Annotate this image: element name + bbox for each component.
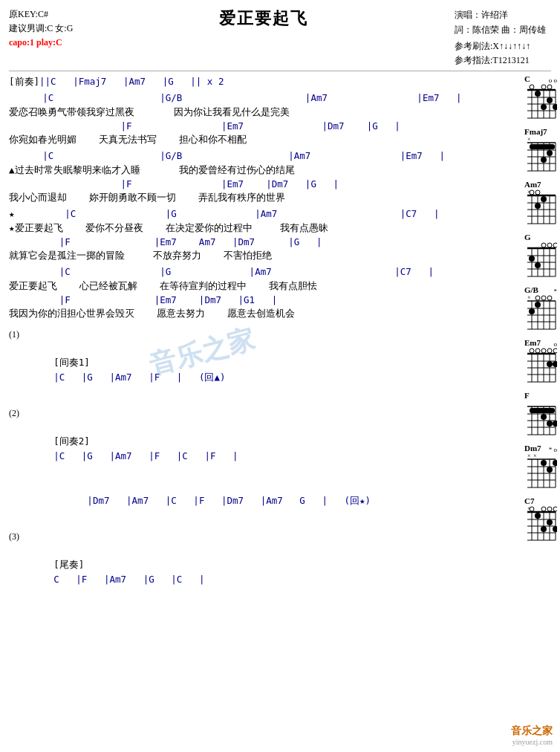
svg-point-137 [535,513,541,519]
chord-Dm7: Dm7 * o × × [524,444,557,489]
chorus2-section: |C |G |Am7 |C7 | 爱正要起飞 心已经被瓦解 在等待宣判的过程中 … [9,265,501,321]
verse2-chord2: |F |Em7 |Dm7 |G | [9,178,501,192]
chord-Fmaj7: Fmaj7 × [524,127,557,172]
main-content: [前奏]||C |Fmaj7 |Am7 |G || x 2 |C |G/B |A… [9,74,501,602]
chord-G-grid [524,242,557,278]
chorus2-lyric1: 爱正要起飞 心已经被瓦解 在等待宣判的过程中 我有点胆怯 [9,279,501,294]
svg-point-29 [541,157,547,163]
chorus2-lyric2: 我因为你的泪担心世界会毁灭 愿意去努力 愿意去创造机会 [9,307,501,321]
outro-section: (3) [尾奏] C |F |Am7 |G |C | [9,531,501,602]
chord-Dm7-label: Dm7 [524,444,541,453]
outro-chords: C |F |Am7 |G |C | [53,574,204,585]
capo-info: capo:1 play:C [9,36,73,50]
svg-point-88 [535,349,540,353]
svg-point-10 [535,91,541,97]
chord-C7-grid: × [524,506,557,542]
svg-point-16 [547,85,552,89]
fingerpick: 参考指法:T1213121 [455,54,551,68]
interlude2-line2: |Dm7 |Am7 |C |F |Dm7 |Am7 G | (回★) [9,479,501,523]
verse2-lyric2: 我小心而退却 妳开朗勇敢不顾一切 弄乱我有秩序的世界 [9,191,501,205]
svg-point-138 [547,519,553,525]
svg-point-12 [541,104,547,110]
svg-point-89 [541,349,546,353]
verse1-lyric2: 你宛如春光明媚 天真无法书写 担心和你不相配 [9,133,501,147]
chord-Fmaj7-label: Fmaj7 [524,127,547,136]
left-info: 原KEY:C# 建议男调:C 女:G capo:1 play:C [9,7,73,51]
svg-point-75 [535,302,541,308]
svg-text:×: × [527,189,531,195]
svg-point-121 [553,460,557,466]
verse1-lyric1: 爱恋召唤勇气带领我穿过黑夜 因为你让我看见什么是完美 [9,106,501,120]
svg-point-60 [535,262,541,268]
interlude2-chords1: |C |G |Am7 |F |C |F | [53,450,238,461]
outro-tag: [尾奏] [53,559,84,570]
intro-chords: ||C |Fmaj7 |Am7 |G || x 2 [39,76,224,87]
footer-logo: 音乐之家 yinyuezj.com [511,725,553,746]
svg-point-106 [547,421,553,427]
chorus2-chord1: |C |G |Am7 |C7 | [9,265,501,279]
chord-F-label: F [524,391,530,400]
interlude1-line: [间奏1] |C |G |Am7 |F | (回▲) [9,340,501,400]
chord-C: C o o [524,74,557,120]
header-divider [9,71,551,71]
chord-diagrams: C o o [524,74,557,545]
chord-Am7: Am7 × [524,180,557,225]
chord-GB: G/B * × [524,285,557,331]
singer: 演唱：许绍洋 [455,7,551,22]
chord-C-grid [524,84,557,120]
svg-text:×: × [527,295,531,301]
svg-point-57 [547,243,552,247]
svg-text:×: × [527,453,531,459]
verse2-section: |C |G/B |Am7 |Em7 | ▲过去时常失眠黎明来临才入睡 我的爱曾经… [9,149,501,205]
right-info: 演唱：许绍洋 詞：陈信荣 曲：周传雄 参考刷法:X↑↓↓↑↑↓↑ 参考指法:T1… [455,7,551,68]
svg-point-13 [553,104,557,110]
chorus1-lyric2: 就算它会是孤注一掷的冒险 不放弃努力 不害怕拒绝 [9,249,501,263]
svg-rect-27 [530,144,555,149]
song-title: 爱正要起飞 [73,7,455,30]
svg-point-107 [553,421,557,427]
chord-Dm7-grid: × × [524,453,557,489]
chorus1-section: ★ |C |G |Am7 |C7 | ★爱正要起飞 爱你不分昼夜 在决定爱你的过… [9,207,501,263]
chord-Em7: Em7 o [524,338,557,383]
chord-C-label: C [524,74,530,83]
interlude1-chords: |C |G |Am7 |F | (回▲) [53,372,225,383]
svg-point-120 [541,460,547,466]
verse1-chord2: |F |Em7 |Dm7 |G | [9,120,501,134]
interlude2-num: (2) [9,408,501,419]
chord-GB-label: G/B [524,285,538,294]
strumming: 参考刷法:X↑↓↓↑↑↓↑ [455,39,551,54]
svg-point-74 [547,296,552,300]
chord-F: F [524,391,557,436]
chord-Am7-label: Am7 [524,180,541,189]
footer-logo-text: 音乐之家 [511,725,553,738]
svg-text:×: × [527,137,531,143]
svg-point-122 [547,467,553,473]
svg-point-43 [541,196,547,202]
interlude1-section: (1) [间奏1] |C |G |Am7 |F | (回▲) [9,329,501,400]
svg-point-76 [529,308,535,314]
svg-point-105 [541,414,547,420]
intro-section: [前奏]||C |Fmaj7 |Am7 |G || x 2 [9,74,501,89]
interlude1-num: (1) [9,329,501,340]
chorus1-lyric1: ★爱正要起飞 爱你不分昼夜 在决定爱你的过程中 我有点愚昧 [9,221,501,236]
title-area: 爱正要起飞 [73,7,455,30]
chord-C7-label: C7 [524,496,534,505]
interlude2-tag: [间奏2] [53,435,90,447]
verse2-lyric1: ▲过去时常失眠黎明来临才入睡 我的爱曾经有过伤心的结尾 [9,163,501,178]
verse1-chord1: |C |G/B |Am7 |Em7 | [9,91,501,106]
svg-rect-104 [530,408,555,413]
svg-point-11 [547,97,553,103]
svg-text:×: × [527,506,531,512]
intro-tag: [前奏] [9,76,39,87]
outro-num: (3) [9,531,501,542]
svg-point-59 [529,256,535,262]
chord-Em7-grid [524,348,557,383]
chorus2-chord2: |F |Em7 |Dm7 |G1 | [9,294,501,308]
chord-C7: C7 [524,496,557,542]
footer-logo-url: yinyuezj.com [511,738,553,746]
outro-line: [尾奏] C |F |Am7 |G |C | [9,542,501,602]
svg-point-42 [535,190,540,195]
chord-Fmaj7-grid: × [524,137,557,172]
chord-Am7-grid: × [524,189,557,225]
svg-point-14 [530,85,534,89]
